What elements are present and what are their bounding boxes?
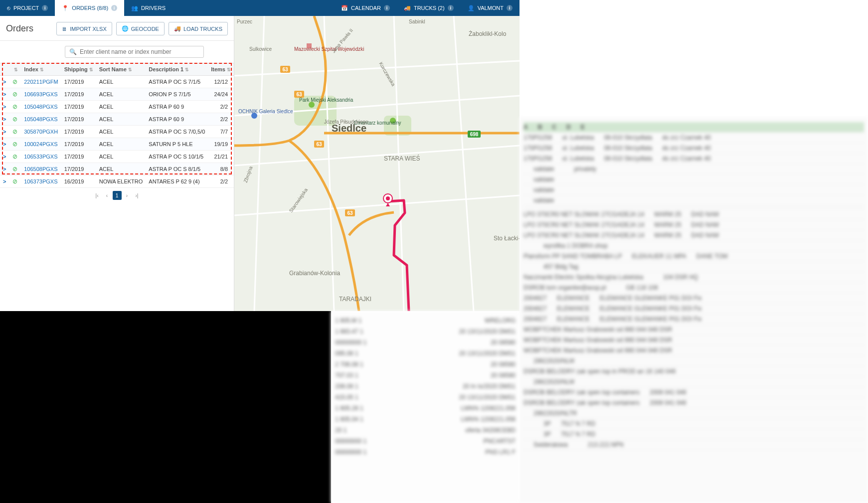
import-xlsx-button[interactable]: 🗎IMPORT XLSX — [56, 22, 112, 35]
expand-icon[interactable]: > — [3, 104, 6, 110]
order-index-link[interactable]: 100024PGXS — [24, 141, 57, 147]
status-ok-icon: ⊘ — [12, 128, 17, 135]
truck-icon: 🚚 — [404, 5, 411, 11]
map-street: Starowiejska — [288, 187, 309, 213]
map-label: Grabianów-Kolonia — [289, 270, 340, 277]
load-trucks-button[interactable]: 🚚LOAD TRUCKS — [169, 22, 228, 35]
cell-description: ASTRA P OC S 7/1/5 — [146, 76, 208, 88]
map-label: Sto Łacki-Fo — [494, 235, 520, 242]
search-wrap[interactable]: 🔍 — [65, 46, 204, 58]
cell-description: ASTRA P 60 9 — [146, 101, 208, 113]
expand-icon[interactable]: > — [3, 91, 6, 97]
background-list: 1 805.M 1WRELORG 1 883.47 120 13/11/2020… — [331, 311, 520, 503]
nav-trucks[interactable]: 🚚 TRUCKS (2) i — [397, 0, 461, 16]
table-row[interactable]: >⊘305870PGXH17/2019ACELASTRA P OC S 7/0,… — [0, 126, 234, 138]
cell-sortname: ACEL — [96, 126, 146, 138]
order-index-link[interactable]: 305870PGXH — [24, 129, 58, 135]
table-header-row: ⇅ Index⇅ Shipping⇅ Sort Name⇅ Descriptio… — [0, 63, 234, 76]
map-label: Purzec — [237, 19, 252, 24]
cell-sortname: ACEL — [96, 138, 146, 151]
orders-panel: Orders 🗎IMPORT XLSX 🌐GEOCODE 🚚LOAD TRUCK… — [0, 16, 234, 311]
status-ok-icon: ⊘ — [12, 178, 17, 185]
cell-sortname: NOWA ELEKTRO — [96, 175, 146, 188]
table-row[interactable]: >⊘105048PGXS17/2019ACELASTRA P 60 92/2 — [0, 101, 234, 113]
cell-items: 12/12 — [208, 76, 234, 88]
nav-drivers[interactable]: 👥 DRIVERS — [124, 0, 173, 16]
svg-point-8 — [386, 196, 390, 200]
pagination: |‹ ‹ 1 › ›| — [0, 188, 234, 205]
map-panel[interactable]: 698 63 63 63 63 Siedlce — [234, 16, 520, 311]
nav-trucks-label: TRUCKS (2) — [414, 5, 445, 11]
order-index-link[interactable]: 220211PGFM — [24, 79, 58, 85]
order-index-link[interactable]: 105048PGXS — [24, 104, 57, 110]
col-description[interactable]: Description 1⇅ — [146, 63, 208, 76]
cell-items: 2/2 — [208, 101, 234, 113]
truck-icon: 🚚 — [174, 25, 181, 32]
cell-sortname: ACEL — [96, 113, 146, 126]
cell-items: 2/2 — [208, 175, 234, 188]
cell-shipping: 17/2019 — [61, 163, 96, 175]
page-title: Orders — [6, 23, 33, 34]
calendar-icon: 📅 — [341, 5, 348, 11]
status-ok-icon: ⊘ — [12, 78, 17, 85]
map-poi: Mazowiecki Szpital Wojewódzki — [294, 46, 364, 52]
info-icon: i — [448, 5, 454, 11]
table-row[interactable]: >⊘100024PGXS17/2019ACELSATURN P 5 HLE19/… — [0, 138, 234, 151]
pin-icon: 📍 — [62, 5, 69, 11]
nav-calendar[interactable]: 📅 CALENDAR i — [334, 0, 397, 16]
page-last-button[interactable]: ›| — [133, 191, 142, 200]
info-icon: i — [507, 5, 513, 11]
expand-icon[interactable]: > — [3, 154, 6, 160]
map-label: Żaboklikl-Kolo — [469, 30, 507, 37]
sort-icon[interactable]: ⇅ — [14, 67, 18, 72]
table-row[interactable]: >⊘106533PGXS17/2019ACELASTRA P OC S 10/1… — [0, 151, 234, 163]
black-region — [0, 311, 331, 503]
status-ok-icon: ⊘ — [12, 166, 17, 172]
expand-icon[interactable]: > — [3, 178, 6, 184]
order-index-link[interactable]: 105048PGXS — [24, 116, 57, 122]
page-first-button[interactable]: |‹ — [93, 191, 102, 200]
geocode-button[interactable]: 🌐GEOCODE — [116, 22, 165, 35]
road-badge-63: 63 — [347, 210, 353, 216]
panel-actions: 🗎IMPORT XLSX 🌐GEOCODE 🚚LOAD TRUCKS — [56, 22, 228, 35]
nav-orders[interactable]: 📍 ORDERS (8/8) i — [55, 0, 124, 16]
info-icon: i — [384, 5, 390, 11]
expand-icon[interactable]: > — [3, 79, 6, 85]
table-row[interactable]: >⊘105048PGXS17/2019ACELASTRA P 60 92/2 — [0, 113, 234, 126]
nav-valmont[interactable]: 👤 VALMONT i — [461, 0, 520, 16]
order-index-link[interactable]: 106373PGXS — [24, 178, 57, 184]
order-index-link[interactable]: 106533PGXS — [24, 154, 57, 160]
col-shipping[interactable]: Shipping⇅ — [61, 63, 96, 76]
page-1-button[interactable]: 1 — [113, 191, 122, 200]
table-row[interactable]: >⊘106508PGXS17/2019ACELASTRA P OC S 8/1/… — [0, 163, 234, 175]
nav-project[interactable]: ⎋ PROJECT i — [0, 0, 55, 16]
table-row[interactable]: >⊘106373PGXS16/2019NOWA ELEKTROANTARES P… — [0, 175, 234, 188]
order-index-link[interactable]: 106508PGXS — [24, 166, 57, 172]
table-row[interactable]: >⊘106693PGXS17/2019ACELORION P S 7/1/524… — [0, 88, 234, 101]
import-label: IMPORT XLSX — [70, 26, 107, 32]
expand-icon[interactable]: > — [3, 141, 6, 147]
page-next-button[interactable]: › — [123, 191, 132, 200]
expand-icon[interactable]: > — [3, 166, 6, 172]
map-label: Sulkowice — [249, 46, 272, 52]
cell-shipping: 17/2019 — [61, 151, 96, 163]
map-poi: OCHNIK Galeria Siedlce — [238, 109, 293, 114]
nav-drivers-label: DRIVERS — [141, 5, 166, 11]
col-sortname[interactable]: Sort Name⇅ — [96, 63, 146, 76]
col-index[interactable]: Index⇅ — [21, 63, 61, 76]
cell-description: SATURN P 5 HLE — [146, 138, 208, 151]
map-label: STARA WIEŚ — [384, 155, 420, 162]
order-index-link[interactable]: 106693PGXS — [24, 91, 57, 97]
cell-description: ASTRA P OC S 10/1/5 — [146, 151, 208, 163]
nav-calendar-label: CALENDAR — [351, 5, 381, 11]
col-items[interactable]: Items⇅ — [208, 63, 234, 76]
search-input[interactable] — [80, 48, 199, 55]
nav-valmont-label: VALMONT — [478, 5, 504, 11]
globe-icon: 🌐 — [122, 25, 129, 32]
cell-description: ASTRA P OC S 8/1/5 — [146, 163, 208, 175]
page-prev-button[interactable]: ‹ — [103, 191, 112, 200]
status-ok-icon: ⊘ — [12, 103, 17, 110]
expand-icon[interactable]: > — [3, 129, 6, 135]
expand-icon[interactable]: > — [3, 116, 6, 122]
table-row[interactable]: >⊘220211PGFM17/2019ACELASTRA P OC S 7/1/… — [0, 76, 234, 88]
